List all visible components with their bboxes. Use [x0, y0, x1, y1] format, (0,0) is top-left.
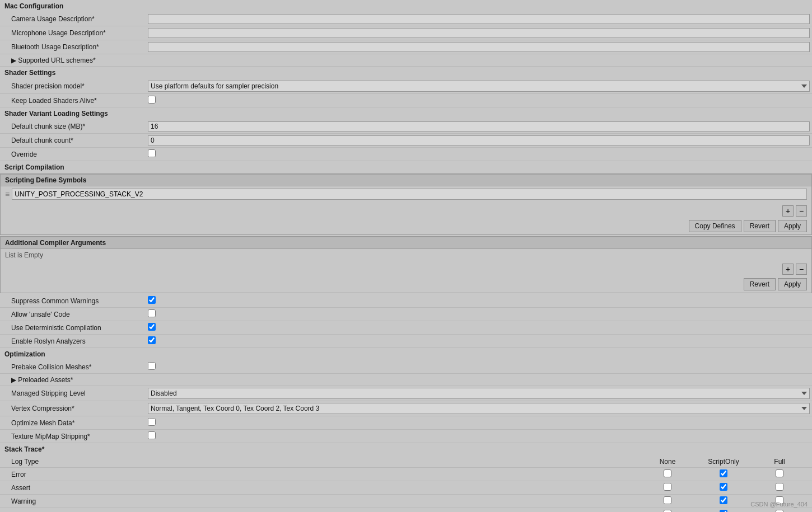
- optimize-mesh-label: Optimize Mesh Data*: [0, 419, 146, 427]
- texture-mipmap-checkbox[interactable]: [148, 431, 156, 439]
- defines-input[interactable]: [12, 189, 807, 200]
- supported-url-label: ▶ Supported URL schemes*: [0, 57, 146, 64]
- camera-usage-input[interactable]: [148, 14, 810, 24]
- error-none-col: [640, 469, 696, 479]
- defines-revert-button[interactable]: Revert: [744, 220, 776, 232]
- allow-unsafe-value: [146, 309, 812, 319]
- scripting-defines-body: ≡: [1, 186, 811, 203]
- log-type-header-label: Log Type: [0, 458, 146, 466]
- shader-variant-header: Shader Variant Loading Settings: [0, 107, 812, 120]
- use-deterministic-label: Use Deterministic Compilation: [0, 324, 146, 332]
- defines-controls: + −: [1, 203, 811, 219]
- log-scriptonly-checkbox[interactable]: [720, 510, 727, 512]
- assert-full-checkbox[interactable]: [776, 483, 783, 491]
- assert-none-col: [640, 483, 696, 492]
- enable-roslyn-value: [146, 336, 812, 346]
- allow-unsafe-checkbox[interactable]: [148, 309, 156, 317]
- assert-scriptonly-checkbox[interactable]: [720, 483, 727, 491]
- camera-usage-value: [146, 14, 812, 24]
- suppress-warnings-value: [146, 296, 812, 306]
- warning-none-checkbox[interactable]: [664, 496, 671, 504]
- compiler-remove-button[interactable]: −: [796, 264, 807, 275]
- shader-settings-header: Shader Settings: [0, 67, 812, 79]
- texture-mipmap-row: Texture MipMap Stripping*: [0, 430, 812, 443]
- error-none-checkbox[interactable]: [664, 469, 671, 477]
- optimization-section: Optimization Prebake Collision Meshes* ▶…: [0, 348, 812, 443]
- log-type-header-row: Log Type None ScriptOnly Full: [0, 455, 812, 468]
- additional-compiler-container: Additional Compiler Arguments List is Em…: [0, 236, 812, 293]
- camera-usage-row: Camera Usage Description*: [0, 12, 812, 26]
- prebake-row: Prebake Collision Meshes*: [0, 360, 812, 374]
- prebake-checkbox[interactable]: [148, 362, 156, 370]
- assert-none-checkbox[interactable]: [664, 483, 671, 491]
- assert-row: Assert: [0, 481, 812, 495]
- compiler-revert-button[interactable]: Revert: [744, 278, 776, 290]
- log-full-checkbox[interactable]: [776, 510, 783, 512]
- scriptonly-col-header: ScriptOnly: [696, 458, 752, 466]
- chunk-count-input[interactable]: [148, 135, 810, 145]
- vertex-compression-value: Normal, Tangent, Tex Coord 0, Tex Coord …: [146, 403, 812, 414]
- enable-roslyn-label: Enable Roslyn Analyzers: [0, 337, 146, 345]
- error-full-col: [752, 469, 808, 479]
- keep-shaders-label: Keep Loaded Shaders Alive*: [0, 97, 146, 105]
- keep-shaders-checkbox[interactable]: [148, 96, 156, 104]
- assert-scriptonly-col: [696, 483, 752, 492]
- microphone-usage-input[interactable]: [148, 28, 810, 38]
- supported-url-row: ▶ Supported URL schemes*: [0, 54, 812, 67]
- log-scriptonly-col: [696, 510, 752, 512]
- use-deterministic-checkbox[interactable]: [148, 323, 156, 331]
- override-label: Override: [0, 151, 146, 158]
- managed-stripping-dropdown[interactable]: Disabled Low Medium High: [148, 388, 810, 399]
- assert-label: Assert: [0, 484, 146, 492]
- managed-stripping-label: Managed Stripping Level: [0, 389, 146, 397]
- warning-cols: [146, 496, 812, 506]
- stack-trace-table: Log Type None ScriptOnly Full Error Asse…: [0, 455, 812, 512]
- vertex-compression-row: Vertex Compression* Normal, Tangent, Tex…: [0, 401, 812, 416]
- use-deterministic-row: Use Deterministic Compilation: [0, 321, 812, 335]
- defines-add-button[interactable]: +: [782, 205, 794, 217]
- full-col-header: Full: [752, 458, 808, 466]
- chunk-size-label: Default chunk size (MB)*: [0, 123, 146, 130]
- error-full-checkbox[interactable]: [776, 469, 783, 477]
- prebake-label: Prebake Collision Meshes*: [0, 363, 146, 371]
- use-deterministic-value: [146, 323, 812, 332]
- bluetooth-usage-input[interactable]: [148, 42, 810, 52]
- error-scriptonly-checkbox[interactable]: [720, 469, 727, 477]
- log-row: Log: [0, 508, 812, 512]
- compiler-apply-button[interactable]: Apply: [778, 278, 807, 290]
- vertex-compression-dropdown[interactable]: Normal, Tangent, Tex Coord 0, Tex Coord …: [148, 403, 810, 414]
- optimize-mesh-checkbox[interactable]: [148, 418, 156, 426]
- copy-defines-button[interactable]: Copy Defines: [689, 220, 741, 232]
- optimize-mesh-row: Optimize Mesh Data*: [0, 416, 812, 430]
- optimization-header: Optimization: [0, 348, 812, 360]
- log-cols: [146, 510, 812, 512]
- shader-precision-label: Shader precision model*: [0, 82, 146, 90]
- chunk-count-row: Default chunk count*: [0, 134, 812, 148]
- optimize-mesh-value: [146, 418, 812, 428]
- enable-roslyn-checkbox[interactable]: [148, 336, 156, 344]
- shader-precision-value: Use platform defaults for sampler precis…: [146, 81, 812, 92]
- keep-shaders-row: Keep Loaded Shaders Alive*: [0, 94, 812, 107]
- chunk-size-input[interactable]: [148, 121, 810, 131]
- warning-none-col: [640, 496, 696, 506]
- defines-action-controls: Copy Defines Revert Apply: [1, 219, 811, 234]
- microphone-usage-row: Microphone Usage Description*: [0, 26, 812, 40]
- defines-row: ≡: [5, 189, 807, 200]
- suppress-warnings-checkbox[interactable]: [148, 296, 156, 304]
- log-none-checkbox[interactable]: [664, 510, 671, 512]
- warning-scriptonly-checkbox[interactable]: [720, 496, 727, 504]
- defines-remove-button[interactable]: −: [796, 205, 807, 217]
- allow-unsafe-label: Allow 'unsafe' Code: [0, 311, 146, 318]
- override-checkbox[interactable]: [148, 149, 156, 157]
- drag-handle-icon[interactable]: ≡: [5, 190, 10, 199]
- shader-precision-dropdown[interactable]: Use platform defaults for sampler precis…: [148, 81, 810, 92]
- stack-trace-section: Stack Trace* Log Type None ScriptOnly Fu…: [0, 443, 812, 512]
- scripting-defines-container: Scripting Define Symbols ≡ + − Copy Defi…: [0, 173, 812, 235]
- defines-apply-button[interactable]: Apply: [778, 220, 807, 232]
- compiler-add-button[interactable]: +: [782, 264, 794, 275]
- error-scriptonly-col: [696, 469, 752, 479]
- error-row: Error: [0, 468, 812, 481]
- keep-shaders-value: [146, 96, 812, 105]
- camera-usage-label: Camera Usage Description*: [0, 15, 146, 23]
- shader-variant-section: Shader Variant Loading Settings Default …: [0, 107, 812, 161]
